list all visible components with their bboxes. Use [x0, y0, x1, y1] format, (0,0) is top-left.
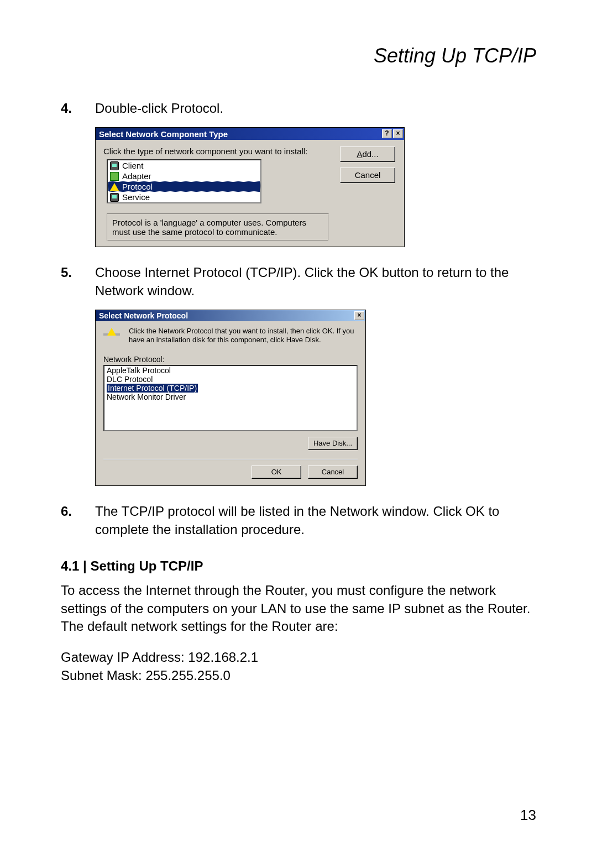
step-number: 5.	[61, 264, 95, 300]
protocol-icon	[103, 327, 121, 340]
list-item-appletalk[interactable]: AppleTalk Protocol	[104, 366, 173, 375]
step-text: Choose Internet Protocol (TCP/IP). Click…	[95, 264, 536, 300]
page-number: 13	[520, 807, 536, 824]
list-item-client[interactable]: Client	[108, 160, 260, 171]
adapter-icon	[110, 172, 119, 181]
component-type-listbox[interactable]: Client Adapter Protocol Service	[107, 159, 261, 203]
list-item-adapter[interactable]: Adapter	[108, 171, 260, 181]
list-item-service[interactable]: Service	[108, 192, 260, 202]
dialog-title: Select Network Component Type	[99, 129, 228, 139]
divider	[103, 459, 358, 460]
ok-button[interactable]: OK	[252, 466, 301, 479]
dialog-title: Select Network Protocol	[99, 311, 188, 320]
list-item-label: Service	[122, 192, 150, 202]
dialog-titlebar: Select Network Protocol ×	[96, 310, 365, 321]
cancel-button[interactable]: Cancel	[340, 168, 395, 183]
have-disk-button[interactable]: Have Disk...	[308, 437, 358, 450]
list-item-label: Client	[122, 161, 143, 170]
gateway-line: Gateway IP Address: 192.168.2.1	[61, 650, 258, 665]
list-item-protocol[interactable]: Protocol	[108, 181, 260, 192]
add-button[interactable]: Add...	[340, 147, 395, 162]
step-4: 4. Double-click Protocol.	[61, 100, 536, 117]
dialog-instruction: Click the Network Protocol that you want…	[129, 327, 358, 344]
step-6: 6. The TCP/IP protocol will be listed in…	[61, 503, 536, 538]
list-item-netmon[interactable]: Network Monitor Driver	[104, 393, 188, 401]
help-button[interactable]: ?	[382, 129, 392, 138]
listbox-label: Network Protocol:	[103, 355, 358, 364]
cancel-button[interactable]: Cancel	[308, 466, 358, 479]
section-paragraph: To access the Internet through the Route…	[61, 582, 536, 635]
step-5: 5. Choose Internet Protocol (TCP/IP). Cl…	[61, 264, 536, 300]
service-icon	[110, 193, 119, 202]
subnet-line: Subnet Mask: 255.255.255.0	[61, 668, 231, 683]
list-item-tcpip[interactable]: Internet Protocol (TCP/IP)	[107, 384, 198, 393]
close-button[interactable]: ×	[354, 311, 364, 320]
protocol-icon	[110, 183, 119, 191]
step-number: 6.	[61, 503, 95, 538]
list-item-label: Protocol	[122, 182, 153, 191]
step-text: Double-click Protocol.	[95, 100, 536, 117]
network-protocol-listbox[interactable]: AppleTalk Protocol DLC Protocol Internet…	[103, 365, 358, 431]
section-heading: 4.1 | Setting Up TCP/IP	[61, 558, 536, 574]
network-defaults: Gateway IP Address: 192.168.2.1 Subnet M…	[61, 649, 536, 684]
component-description: Protocol is a 'language' a computer uses…	[107, 213, 329, 241]
list-item-dlc[interactable]: DLC Protocol	[104, 375, 155, 384]
close-button[interactable]: ×	[393, 129, 403, 138]
select-network-protocol-dialog: Select Network Protocol × Click the Netw…	[95, 310, 366, 486]
dialog-instruction: Click the type of network component you …	[103, 147, 332, 156]
page-title: Setting Up TCP/IP	[61, 44, 536, 67]
select-component-type-dialog: Select Network Component Type ? × Click …	[95, 127, 405, 247]
client-icon	[110, 161, 119, 170]
step-text: The TCP/IP protocol will be listed in th…	[95, 503, 536, 538]
dialog-titlebar: Select Network Component Type ? ×	[96, 128, 404, 140]
list-item-label: Adapter	[122, 171, 151, 181]
step-number: 4.	[61, 100, 95, 117]
